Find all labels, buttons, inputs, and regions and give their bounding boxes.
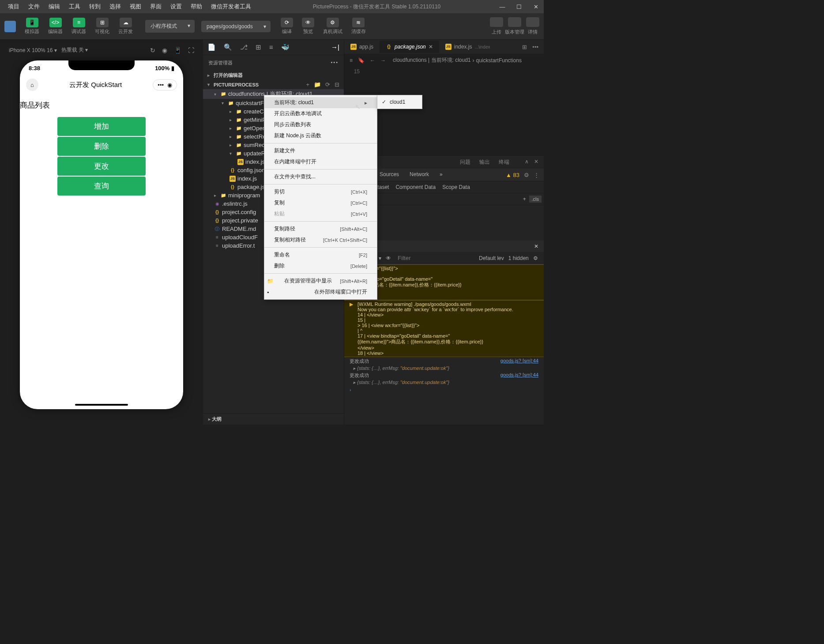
clear-cache-button[interactable]: ≋清缓存 (348, 17, 369, 36)
ctx-find-folder[interactable]: 在文件夹中查找... (264, 171, 377, 182)
menu-goto[interactable]: 转到 (85, 1, 105, 12)
page-select[interactable]: pages/goods/goods (201, 21, 271, 32)
warning-count[interactable]: ▲ 83 (506, 172, 519, 178)
menu-edit[interactable]: 编辑 (44, 1, 64, 12)
menu-project[interactable]: 项目 (4, 1, 24, 12)
source-link[interactable]: goods.js? [sm]:44 (500, 372, 538, 379)
ctx-copy[interactable]: 复制[Ctrl+C] (264, 197, 377, 208)
back-icon[interactable]: ← (370, 57, 375, 64)
add-button[interactable]: 增加 (57, 117, 146, 136)
maximize-button[interactable]: ☐ (515, 4, 523, 10)
menu-select[interactable]: 选择 (105, 1, 125, 12)
user-avatar[interactable] (4, 21, 16, 32)
editor-toggle[interactable]: </>编辑器 (45, 17, 66, 36)
forward-icon[interactable]: → (380, 57, 386, 64)
mode-select[interactable]: 小程序模式 (145, 20, 195, 33)
upload-button[interactable]: 上传 (490, 17, 503, 35)
problems-tab[interactable]: 问题 (460, 158, 470, 166)
indent-icon[interactable]: →| (331, 43, 339, 51)
close-button[interactable]: ✕ (531, 4, 540, 10)
ctx-sync-functions[interactable]: 同步云函数列表 (264, 119, 377, 130)
devtools-more-icon[interactable]: ⋮ (534, 172, 539, 178)
terminal-tab[interactable]: 终端 (499, 158, 509, 166)
source-link[interactable]: goods.js? [sm]:44 (500, 358, 538, 365)
hotreload-select[interactable]: 热重载 关 ▾ (61, 46, 88, 54)
bookmark-icon[interactable]: 🔖 (358, 57, 365, 64)
tab-index-js[interactable]: JSindex.js ...\index (439, 41, 497, 53)
chevron-up-icon[interactable]: ∧ (525, 158, 529, 166)
menu-wechat[interactable]: 微信开发者工具 (207, 1, 256, 12)
device-select[interactable]: iPhone X 100% 16 ▾ (9, 47, 57, 53)
component-data-tab[interactable]: Component Data (395, 184, 436, 190)
network-tab[interactable]: Network (404, 169, 434, 181)
tab-package-json[interactable]: {}package.json✕ (380, 41, 439, 53)
sources-tab[interactable]: Sources (374, 169, 404, 181)
tab-more-icon[interactable]: ⊞ (522, 44, 527, 50)
ctx-open-terminal[interactable]: 在内建终端中打开 (264, 156, 377, 167)
ctx-ext-terminal[interactable]: ▪在外部终端窗口中打开 (264, 286, 377, 298)
new-file-icon[interactable]: + (306, 81, 309, 88)
refresh-icon[interactable]: ↻ (150, 47, 155, 54)
record-icon[interactable]: ◉ (162, 47, 167, 54)
db-icon[interactable]: ≡ (269, 43, 273, 51)
tab-app-js[interactable]: JSapp.js (344, 41, 380, 53)
debugger-toggle[interactable]: ≡调试器 (68, 17, 90, 36)
more-tabs-icon[interactable]: » (434, 169, 448, 181)
ctx-new-function[interactable]: 新建 Node.js 云函数 (264, 130, 377, 141)
list-icon[interactable]: ≡ (350, 57, 353, 64)
close-panel-icon[interactable]: ✕ (534, 158, 538, 166)
scope-data-tab[interactable]: Scope Data (442, 184, 470, 190)
output-tab[interactable]: 输出 (479, 158, 490, 166)
menu-view[interactable]: 视图 (125, 1, 146, 12)
add-style-icon[interactable]: + (523, 196, 526, 202)
visual-toggle[interactable]: ⊞可视化 (91, 17, 113, 36)
ctx-copy-path[interactable]: 复制路径[Shift+Alt+C] (264, 223, 377, 234)
menu-ui[interactable]: 界面 (146, 1, 166, 12)
explorer-more-icon[interactable]: ••• (331, 60, 339, 66)
ctx-new-file[interactable]: 新建文件 (264, 145, 377, 156)
menu-help[interactable]: 帮助 (186, 1, 207, 12)
outline-section[interactable]: ▸ 大纲 (203, 413, 344, 425)
update-button[interactable]: 更改 (57, 157, 146, 176)
phone-home-icon[interactable]: ⌂ (26, 79, 38, 91)
level-select[interactable]: Default lev (479, 255, 504, 261)
cls-toggle[interactable]: .cls (529, 196, 542, 203)
close-tab-icon[interactable]: ✕ (429, 44, 433, 50)
device-icon[interactable]: 📱 (174, 47, 181, 54)
ctx-cut[interactable]: 剪切[Ctrl+X] (264, 186, 377, 197)
env-cloud1[interactable]: ✓cloud1 (377, 97, 422, 107)
console-prompt[interactable]: › (344, 385, 544, 394)
expand-icon[interactable]: ⛶ (188, 47, 194, 54)
query-button[interactable]: 查询 (57, 177, 146, 196)
remote-debug-button[interactable]: ⚙真机调试 (320, 17, 346, 36)
open-editors-section[interactable]: ▸打开的编辑器 (203, 71, 344, 80)
simulator-toggle[interactable]: 📱模拟器 (21, 17, 43, 36)
files-icon[interactable]: 📄 (207, 43, 216, 51)
menu-settings[interactable]: 设置 (166, 1, 186, 12)
minimize-button[interactable]: — (498, 4, 507, 10)
breadcrumb-file[interactable]: quickstartFunctions (476, 57, 522, 64)
menu-tool[interactable]: 工具 (64, 1, 85, 12)
preview-button[interactable]: 👁预览 (298, 17, 318, 36)
branch-icon[interactable]: ⎇ (240, 43, 248, 51)
compile-button[interactable]: ⟳编译 (277, 17, 297, 36)
phone-capsule[interactable]: •••◉ (153, 79, 177, 90)
docker-icon[interactable]: 🐳 (281, 43, 290, 51)
filter-input[interactable] (395, 254, 474, 262)
eye-icon[interactable]: 👁 (386, 255, 391, 261)
ctx-delete[interactable]: 删除[Delete] (264, 260, 377, 271)
ctx-reveal[interactable]: 📁在资源管理器中显示[Shift+Alt+R] (264, 275, 377, 286)
ext-icon[interactable]: ⊞ (256, 43, 261, 51)
menu-file[interactable]: 文件 (24, 1, 44, 12)
tab-overflow-icon[interactable]: ••• (532, 44, 538, 50)
search-icon[interactable]: 🔍 (224, 43, 232, 51)
settings-icon[interactable]: ⚙ (524, 172, 529, 178)
console-settings-icon[interactable]: ⚙ (533, 255, 538, 261)
refresh-tree-icon[interactable]: ⟳ (325, 81, 330, 88)
ctx-copy-rel-path[interactable]: 复制相对路径[Ctrl+K Ctrl+Shift+C] (264, 234, 377, 245)
close-drawer-icon[interactable]: ✕ (529, 241, 544, 252)
new-folder-icon[interactable]: 📁 (314, 81, 321, 88)
version-button[interactable]: 版本管理 (505, 17, 524, 35)
ctx-rename[interactable]: 重命名[F2] (264, 249, 377, 260)
breadcrumb-folder[interactable]: cloudfunctions | 当前环境: cloud1 (393, 56, 471, 64)
